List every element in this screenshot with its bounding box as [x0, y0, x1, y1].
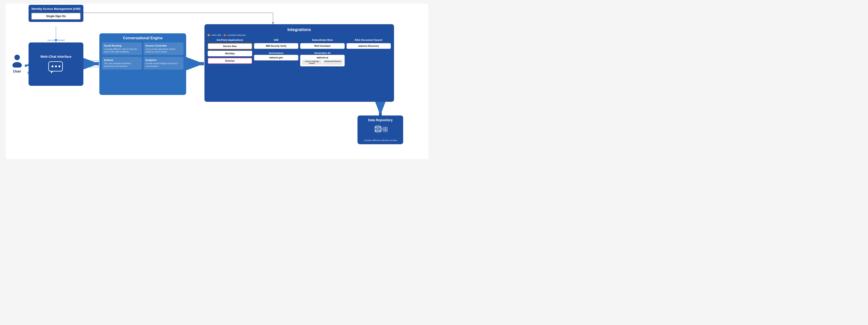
conv-engine-grid: GenAI Routing Leverage different LLMs to… [102, 42, 183, 70]
data-repo-box: Data Repository Contains di [358, 116, 403, 144]
card-watsonx-ai: watsonx.ai Large Language Model Multimod… [300, 55, 345, 66]
chat-bubble-icon [48, 61, 64, 74]
col-iam-gov: IAM IBM Security Verify Governance watso… [254, 39, 299, 96]
webchat-box: Web-Chat Interface [29, 42, 83, 86]
genai-routing-title: GenAI Routing [104, 44, 140, 47]
tag-llm: Large Language Model [302, 60, 322, 65]
access-controller-cell: Access Controller Carry out the appropri… [144, 42, 183, 55]
svg-point-8 [55, 65, 57, 67]
col-rag-title: RAG Document Search [346, 39, 391, 41]
col-sub-bots-title: Subordinate Bots [300, 39, 345, 41]
data-repo-title: Data Repository [360, 118, 400, 122]
card-watsonx-gov: watsonx.gov [254, 55, 299, 61]
conv-engine-title: Conversational Engine [102, 36, 183, 40]
card-workday: Workday [208, 51, 252, 56]
svg-rect-27 [385, 130, 388, 132]
conv-engine-box: Conversational Engine GenAI Routing Leve… [99, 33, 186, 95]
integrations-box: Integrations = WxO Skill = Assistant Ext… [205, 24, 394, 102]
integrations-grid: 3rd-Party Applications Service Now Workd… [208, 39, 391, 96]
svg-line-17 [381, 129, 383, 130]
col-rag: RAG Document Search watsonx Discovery [346, 39, 391, 96]
legend-wxo-skill: = WxO Skill [208, 34, 221, 36]
actions-desc: The most prevalent workflows pertaining … [104, 62, 140, 68]
svg-rect-21 [383, 130, 385, 132]
genai-routing-cell: GenAI Routing Leverage different LLMs to… [102, 42, 142, 55]
svg-point-5 [12, 62, 22, 68]
svg-line-16 [381, 128, 383, 129]
database-icon [372, 125, 388, 136]
svg-marker-10 [51, 71, 53, 74]
access-controller-title: Access Controller [146, 44, 182, 47]
col-3rd-party-title: 3rd-Party Applications [208, 39, 252, 41]
sub-models: Large Language Model Multimodal Models [302, 60, 343, 65]
actions-cell: Actions The most prevalent workflows per… [102, 57, 142, 69]
svg-rect-18 [383, 127, 385, 129]
card-ibm-security-verify: IBM Security Verify [254, 43, 299, 49]
legend-assistant-ext-label: = Assistant Extension [226, 34, 246, 36]
card-wxo-assistant: WxO Assistant [300, 43, 345, 49]
col-iam-title: IAM [254, 39, 299, 41]
iam-title: Identity Access Management (IAM) [31, 7, 81, 11]
analytics-title: Analytics [146, 59, 182, 61]
integrations-legend: = WxO Skill = Assistant Extension [208, 34, 391, 36]
svg-rect-24 [385, 127, 388, 129]
card-watsonx-discovery: watsonx Discovery [346, 43, 391, 49]
tag-multimodal: Multimodal Models [323, 60, 342, 65]
svg-point-7 [52, 65, 54, 67]
col-3rd-party: 3rd-Party Applications Service Now Workd… [208, 39, 252, 96]
genai-routing-desc: Leverage different LLMs to route the use… [104, 48, 140, 53]
legend-assistant-ext: = Assistant Extension [224, 34, 246, 36]
card-genesys: Genesys [208, 58, 252, 64]
user-section: User [7, 54, 27, 73]
legend-wxo-skill-dot [208, 34, 210, 36]
svg-point-9 [59, 65, 60, 67]
actions-title: Actions [104, 59, 140, 61]
data-repo-desc: Contains different collections of data [360, 139, 400, 141]
col-governance-title: Governance [254, 52, 299, 54]
analytics-cell: Analytics Provide overall insights on th… [144, 57, 183, 69]
svg-point-4 [14, 55, 20, 60]
access-controller-desc: Carry out the appropriate actions based … [146, 48, 182, 53]
card-service-now: Service Now [208, 43, 252, 49]
user-label: User [7, 69, 27, 73]
col-genai-title: Generative AI [300, 52, 345, 54]
user-auth-label: User Authenticated [46, 39, 66, 41]
webchat-title: Web-Chat Interface [40, 55, 71, 58]
iam-box: Identity Access Management (IAM) Single-… [29, 5, 83, 22]
legend-assistant-ext-dot [224, 34, 225, 36]
col-sub-bots-genai: Subordinate Bots WxO Assistant Generativ… [300, 39, 345, 96]
analytics-desc: Provide overall insights on the bot's co… [146, 62, 182, 68]
sso-button: Single-Sign On [31, 13, 81, 20]
user-icon [10, 54, 24, 68]
legend-wxo-skill-label: = WxO Skill [210, 34, 221, 36]
integrations-title: Integrations [208, 27, 391, 32]
